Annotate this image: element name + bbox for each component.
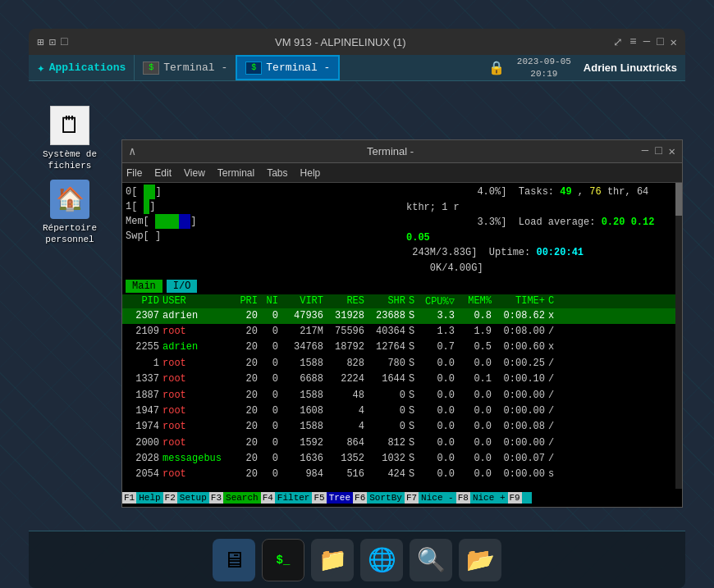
desktop-icon-filesystem[interactable]: 🗒 Système defichiers [37, 106, 103, 172]
tab-main[interactable]: Main [126, 280, 162, 293]
mem-label: Mem[ [126, 214, 155, 229]
terminal-minimize-icon[interactable]: ─ [642, 144, 648, 158]
mem-bracket: ] [190, 214, 196, 229]
terminal-restore-icon[interactable]: □ [655, 144, 661, 158]
tab-io[interactable]: I/O [167, 280, 198, 293]
proc-row-1887[interactable]: 1887root2001588480S0.00.00:00.00/ [122, 388, 682, 403]
f2-key[interactable]: F2 Setup [163, 492, 209, 504]
vm-close-icon[interactable]: ✕ [671, 35, 677, 49]
f4-key[interactable]: F4 Filter [261, 492, 313, 504]
vm-titlebar-right-icons: ⤢ ≡ ─ □ ✕ [613, 35, 677, 49]
menu-terminal[interactable]: Terminal [217, 167, 254, 179]
f1-num: F1 [122, 492, 136, 504]
pid-1947: 1947 [126, 404, 162, 418]
menu-file[interactable]: File [126, 167, 142, 179]
f3-num: F3 [209, 492, 223, 504]
user-2028: messagebus [162, 452, 236, 466]
dock-item-files-manager[interactable]: 🖥 [213, 539, 255, 581]
dock-item-browser[interactable]: 🌐 [360, 539, 403, 581]
f9-num: F9 [508, 492, 522, 504]
f7-num: F7 [405, 492, 419, 504]
vm-titlebar: ⊞ ⊡ □ VM 913 - ALPINELINUX (1) ⤢ ≡ ─ □ ✕ [29, 29, 685, 55]
swp-label: Swp[ [126, 229, 155, 244]
user-1337: root [162, 372, 236, 386]
tasks-row: 4.0%] Tasks: 49 , 76 thr, 64 kthr; 1 r [406, 185, 679, 215]
apps-icon: ✦ [37, 60, 45, 76]
user-2054: root [162, 467, 236, 481]
cpu0-bar: || [144, 185, 155, 199]
applications-menu[interactable]: ✦ Applications [29, 55, 135, 80]
vm-minimize-icon[interactable]: ─ [643, 35, 650, 49]
vm-expand-icon[interactable]: ⤢ [613, 35, 623, 49]
proc-row-2000[interactable]: 2000root2001592864812S0.00.00:00.00/ [122, 435, 682, 451]
f3-key[interactable]: F3 Search [209, 492, 261, 504]
terminal-close-icon[interactable]: ✕ [669, 144, 675, 158]
f7-label: Nice - [419, 492, 456, 504]
menu-tabs[interactable]: Tabs [267, 167, 287, 179]
terminal-up-icon[interactable]: ∧ [129, 144, 135, 158]
vm-icon-grid[interactable]: ⊞ [37, 35, 43, 49]
pid-2000: 2000 [126, 436, 162, 450]
terminal-task-inactive[interactable]: $ Terminal - [135, 55, 236, 80]
pid-2255: 2255 [126, 340, 162, 354]
vm-menu-icon[interactable]: ≡ [629, 35, 636, 49]
user-2307: adrien [162, 309, 236, 323]
scrollbar[interactable] [675, 183, 682, 489]
desktop-icon-home[interactable]: 🏠 Répertoirepersonnel [37, 180, 103, 246]
proc-list: 2307adrien200479363192823688S3.30.80:08.… [122, 308, 682, 483]
proc-row-1947[interactable]: 1947root200160840S0.00.00:00.00/ [122, 403, 682, 419]
pid-1337: 1337 [126, 372, 162, 386]
user-1974: root [162, 420, 236, 434]
htop-stats: 4.0%] Tasks: 49 , 76 thr, 64 kthr; 1 r 3… [398, 185, 679, 276]
scrollbar-thumb[interactable] [675, 183, 682, 216]
user-2109: root [162, 325, 236, 339]
f5-key[interactable]: F5 Tree [312, 492, 353, 504]
htop-tabs: Main I/O [122, 278, 682, 294]
pid-2109: 2109 [126, 325, 162, 339]
proc-row-2255[interactable]: 2255adrien200347681879212764S0.70.50:00.… [122, 340, 682, 355]
proc-row-2054[interactable]: 2054root200984516424S0.00.00:00.00s [122, 467, 682, 482]
vm-title: VM 913 - ALPINELINUX (1) [67, 36, 613, 48]
vm-icon-window[interactable]: □ [61, 35, 67, 49]
vm-icon-display[interactable]: ⊡ [48, 35, 55, 49]
dock-item-search[interactable]: 🔍 [410, 539, 452, 581]
dock-item-home-folder[interactable]: 📂 [459, 539, 501, 581]
col-header-virt: VIRT [281, 295, 327, 308]
tasks-val2: 76 [589, 186, 601, 198]
f6-key[interactable]: F6 SortBy [353, 492, 405, 504]
load-label: Load average: [519, 217, 596, 228]
menu-edit[interactable]: Edit [154, 167, 172, 179]
htop-body[interactable]: 0[ || ] 1[ | ] Mem[ |||||| ] [122, 183, 682, 507]
terminal-task-active[interactable]: $ Terminal - [236, 55, 340, 80]
vm-restore-icon[interactable]: □ [657, 35, 663, 49]
f6-label: SortBy [367, 492, 405, 504]
f5-label: Tree [327, 492, 353, 504]
terminal-window: ∧ Terminal - ─ □ ✕ File Edit View Termin… [121, 139, 683, 508]
pid-1: 1 [126, 357, 162, 371]
col-header-res: RES [327, 295, 368, 308]
f7-key[interactable]: F7 Nice - [405, 492, 456, 504]
proc-row-1[interactable]: 1root2001588828780S0.00.00:00.25/ [122, 356, 682, 371]
pid-2054: 2054 [126, 467, 162, 481]
menu-view[interactable]: View [184, 167, 205, 179]
pid-1974: 1974 [126, 420, 162, 434]
datetime: 2023-09-05 20:19 [517, 56, 571, 80]
uptime-label: Uptime: [489, 247, 530, 258]
menu-help[interactable]: Help [300, 167, 321, 179]
proc-row-2028[interactable]: 2028messagebus200163613521032S0.00.00:00… [122, 451, 682, 467]
proc-row-1974[interactable]: 1974root200158840S0.00.00:00.08/ [122, 419, 682, 435]
swp-val-row: 0K/4.00G] [406, 261, 679, 276]
proc-row-2109[interactable]: 2109root200217M7559640364S1.31.90:08.00/ [122, 324, 682, 340]
proc-row-2307[interactable]: 2307adrien200479363192823688S3.30.80:08.… [122, 308, 682, 324]
f8-key[interactable]: F8 Nice + [456, 492, 508, 504]
f1-key[interactable]: F1 Help [122, 492, 163, 504]
dock-item-folder[interactable]: 📁 [311, 539, 354, 581]
cpu1-bracket: ] [149, 199, 155, 214]
f9-key[interactable]: F9 [508, 492, 533, 504]
proc-row-1337[interactable]: 1337root200668822241644S0.00.10:00.10/ [122, 371, 682, 387]
username: Adrien Linuxtricks [584, 62, 677, 74]
col-header-cpu: CPU%▽ [421, 295, 458, 308]
cpu1-label: 1[ [126, 199, 144, 214]
terminal-menubar: File Edit View Terminal Tabs Help [122, 163, 682, 183]
dock-item-terminal[interactable]: $_ [262, 539, 304, 581]
